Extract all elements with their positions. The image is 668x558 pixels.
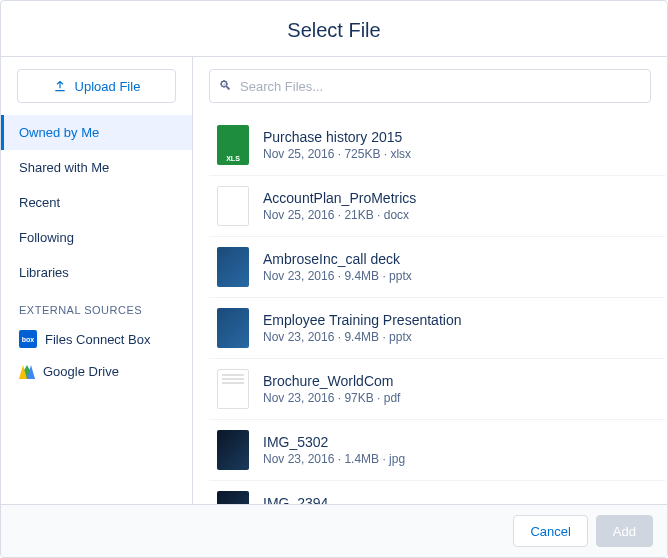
footer: Cancel Add xyxy=(1,504,667,557)
file-info: Brochure_WorldComNov 23, 2016 · 97KB · p… xyxy=(263,373,657,405)
file-meta: Nov 23, 2016 · 97KB · pdf xyxy=(263,391,657,405)
file-thumbnail-jpg xyxy=(217,491,249,504)
file-name: AmbroseInc_call deck xyxy=(263,251,657,267)
file-info: Purchase history 2015Nov 25, 2016 · 725K… xyxy=(263,129,657,161)
file-row[interactable]: Employee Training PresentationNov 23, 20… xyxy=(209,298,665,359)
file-meta: Nov 25, 2016 · 21KB · docx xyxy=(263,208,657,222)
file-name: IMG_2394 xyxy=(263,495,657,504)
file-thumbnail-xls: XLS xyxy=(217,125,249,165)
modal-body: Upload File Owned by MeShared with MeRec… xyxy=(1,57,667,504)
upload-icon xyxy=(53,79,67,93)
search-input[interactable] xyxy=(209,69,651,103)
file-thumbnail-pdf xyxy=(217,369,249,409)
file-meta: Nov 25, 2016 · 725KB · xlsx xyxy=(263,147,657,161)
file-thumbnail-jpg xyxy=(217,430,249,470)
file-meta: Nov 23, 2016 · 1.4MB · jpg xyxy=(263,452,657,466)
cancel-button[interactable]: Cancel xyxy=(513,515,587,547)
google-drive-icon xyxy=(19,365,35,379)
file-thumbnail-pptx xyxy=(217,247,249,287)
file-info: IMG_5302Nov 23, 2016 · 1.4MB · jpg xyxy=(263,434,657,466)
external-source-label: Files Connect Box xyxy=(45,332,151,347)
external-source-gdrive[interactable]: Google Drive xyxy=(1,356,192,387)
file-info: AmbroseInc_call deckNov 23, 2016 · 9.4MB… xyxy=(263,251,657,283)
sidebar-item-following[interactable]: Following xyxy=(1,220,192,255)
sidebar-item-recent[interactable]: Recent xyxy=(1,185,192,220)
file-list[interactable]: XLSPurchase history 2015Nov 25, 2016 · 7… xyxy=(193,115,667,504)
file-name: AccountPlan_ProMetrics xyxy=(263,190,657,206)
external-sources-header: EXTERNAL SOURCES xyxy=(1,290,192,322)
file-meta: Nov 23, 2016 · 9.4MB · pptx xyxy=(263,330,657,344)
sidebar: Upload File Owned by MeShared with MeRec… xyxy=(1,57,193,504)
file-name: IMG_5302 xyxy=(263,434,657,450)
file-thumbnail-docx xyxy=(217,186,249,226)
box-icon: box xyxy=(19,330,37,348)
sidebar-item-libraries[interactable]: Libraries xyxy=(1,255,192,290)
upload-file-label: Upload File xyxy=(75,79,141,94)
file-info: IMG_2394Nov 23, 2016 · 1.4MB · jpg xyxy=(263,495,657,504)
file-row[interactable]: AccountPlan_ProMetricsNov 25, 2016 · 21K… xyxy=(209,176,665,237)
file-row[interactable]: AmbroseInc_call deckNov 23, 2016 · 9.4MB… xyxy=(209,237,665,298)
sidebar-item-shared-with-me[interactable]: Shared with Me xyxy=(1,150,192,185)
external-source-label: Google Drive xyxy=(43,364,119,379)
file-name: Purchase history 2015 xyxy=(263,129,657,145)
search-icon: 🔍︎ xyxy=(219,78,232,93)
sidebar-item-owned-by-me[interactable]: Owned by Me xyxy=(1,115,192,150)
search-container: 🔍︎ xyxy=(193,57,667,115)
file-row[interactable]: IMG_2394Nov 23, 2016 · 1.4MB · jpg xyxy=(209,481,665,504)
file-meta: Nov 23, 2016 · 9.4MB · pptx xyxy=(263,269,657,283)
file-thumbnail-pptx xyxy=(217,308,249,348)
main-panel: 🔍︎ XLSPurchase history 2015Nov 25, 2016 … xyxy=(193,57,667,504)
modal-title: Select File xyxy=(1,1,667,56)
file-name: Brochure_WorldCom xyxy=(263,373,657,389)
add-button: Add xyxy=(596,515,653,547)
file-info: AccountPlan_ProMetricsNov 25, 2016 · 21K… xyxy=(263,190,657,222)
file-info: Employee Training PresentationNov 23, 20… xyxy=(263,312,657,344)
file-row[interactable]: XLSPurchase history 2015Nov 25, 2016 · 7… xyxy=(209,115,665,176)
upload-file-button[interactable]: Upload File xyxy=(17,69,176,103)
external-source-box[interactable]: boxFiles Connect Box xyxy=(1,322,192,356)
file-name: Employee Training Presentation xyxy=(263,312,657,328)
file-row[interactable]: IMG_5302Nov 23, 2016 · 1.4MB · jpg xyxy=(209,420,665,481)
file-row[interactable]: Brochure_WorldComNov 23, 2016 · 97KB · p… xyxy=(209,359,665,420)
